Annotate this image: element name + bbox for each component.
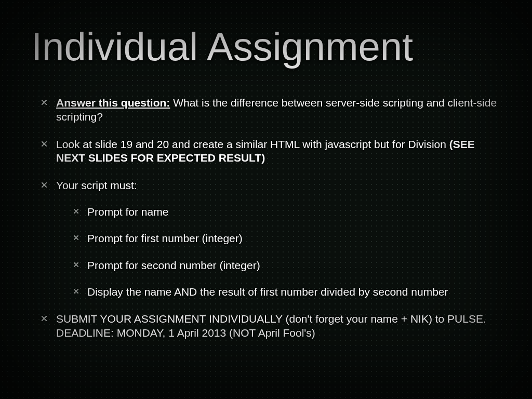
list-item: Your script must: Prompt for name Prompt… — [42, 179, 501, 299]
body-text: Prompt for name — [87, 206, 168, 218]
list-item: Display the name AND the result of first… — [74, 285, 501, 299]
body-text: SUBMIT YOUR ASSIGNMENT INDIVIDUALLY (don… — [56, 313, 486, 339]
list-item: SUBMIT YOUR ASSIGNMENT INDIVIDUALLY (don… — [42, 312, 501, 340]
body-text: Your script must: — [56, 179, 137, 191]
emphasis-text: Answer this question: — [56, 97, 170, 109]
slide: Individual Assignment Answer this questi… — [0, 0, 532, 399]
list-item: Answer this question: What is the differ… — [42, 96, 501, 124]
list-item: Prompt for first number (integer) — [74, 232, 501, 245]
slide-title: Individual Assignment — [31, 26, 501, 68]
body-text: Look at slide 19 and 20 and create a sim… — [56, 138, 449, 150]
sub-bullet-list: Prompt for name Prompt for first number … — [56, 205, 501, 299]
bullet-list: Answer this question: What is the differ… — [31, 96, 501, 340]
body-text: Prompt for first number (integer) — [87, 232, 243, 244]
body-text: Display the name AND the result of first… — [87, 286, 448, 298]
list-item: Look at slide 19 and 20 and create a sim… — [42, 138, 501, 166]
list-item: Prompt for name — [74, 205, 501, 219]
list-item: Prompt for second number (integer) — [74, 259, 501, 272]
body-text: Prompt for second number (integer) — [87, 259, 260, 271]
